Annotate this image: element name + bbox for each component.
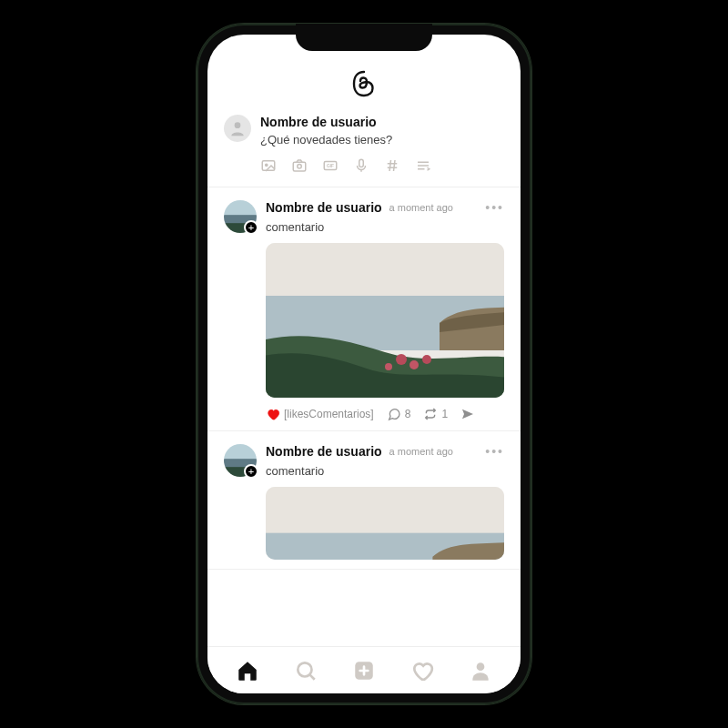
mic-icon[interactable] [353, 157, 369, 174]
post-text: comentario [266, 220, 504, 234]
post: + Nombre de usuario a moment ago ••• com… [207, 187, 521, 431]
composer-avatar[interactable] [224, 115, 251, 142]
post-username[interactable]: Nombre de usuario [266, 444, 382, 459]
svg-point-12 [410, 360, 419, 369]
post-time: a moment ago [389, 446, 453, 457]
heart-icon [266, 407, 280, 421]
post-avatar[interactable]: + [224, 200, 257, 233]
camera-icon[interactable] [291, 157, 308, 174]
screen: Nombre de usuario ¿Qué novedades tienes?… [207, 35, 521, 693]
home-icon [236, 659, 259, 682]
plus-square-icon [352, 659, 376, 682]
post-more-button[interactable]: ••• [485, 444, 504, 459]
comment-icon [387, 407, 401, 421]
composer-toolbar: GIF [260, 157, 504, 174]
svg-point-0 [235, 122, 241, 128]
feed-scroll[interactable]: Nombre de usuario ¿Qué novedades tienes?… [207, 35, 521, 646]
nav-home[interactable] [236, 659, 259, 682]
nav-search[interactable] [294, 659, 318, 682]
repost-count: 1 [441, 408, 448, 420]
person-icon [228, 119, 247, 137]
follow-badge-icon[interactable]: + [244, 220, 258, 235]
repost-button[interactable]: 1 [423, 407, 448, 421]
likes-label: [likesComentarios] [284, 408, 374, 420]
image-icon[interactable] [260, 157, 277, 174]
svg-text:GIF: GIF [327, 164, 334, 168]
svg-rect-3 [293, 162, 306, 171]
svg-rect-7 [359, 159, 364, 167]
bottom-nav [207, 646, 521, 693]
svg-point-14 [385, 363, 392, 370]
threads-logo-icon [349, 69, 379, 98]
post-actions: [likesComentarios] 8 1 [266, 407, 504, 421]
composer[interactable]: Nombre de usuario ¿Qué novedades tienes?… [207, 106, 521, 187]
search-icon [294, 659, 318, 682]
follow-badge-icon[interactable]: + [244, 464, 258, 479]
nav-profile[interactable] [469, 659, 492, 682]
profile-icon [469, 659, 492, 682]
send-icon [460, 407, 475, 421]
post: + Nombre de usuario a moment ago ••• com… [207, 431, 521, 570]
post-avatar[interactable]: + [224, 444, 257, 477]
post-time: a moment ago [389, 202, 453, 213]
post-username[interactable]: Nombre de usuario [266, 200, 382, 215]
heart-outline-icon [410, 659, 434, 682]
svg-point-18 [298, 662, 311, 676]
app-content: Nombre de usuario ¿Qué novedades tienes?… [207, 35, 521, 646]
hashtag-icon[interactable] [384, 157, 400, 174]
like-button[interactable]: [likesComentarios] [266, 407, 374, 421]
svg-point-11 [396, 354, 407, 365]
comment-button[interactable]: 8 [387, 407, 411, 421]
composer-username: Nombre de usuario [260, 115, 504, 129]
post-more-button[interactable]: ••• [485, 200, 504, 215]
svg-point-20 [477, 662, 485, 671]
gif-icon[interactable]: GIF [322, 157, 339, 174]
nav-compose[interactable] [352, 659, 376, 682]
post-image[interactable] [266, 243, 504, 398]
repost-icon [423, 407, 438, 421]
post-image[interactable] [266, 487, 504, 560]
svg-point-4 [298, 165, 302, 169]
phone-frame: Nombre de usuario ¿Qué novedades tienes?… [197, 24, 531, 704]
svg-point-13 [422, 355, 431, 364]
nav-activity[interactable] [410, 659, 434, 682]
comment-count: 8 [405, 408, 411, 420]
post-text: comentario [266, 464, 504, 478]
list-icon[interactable] [415, 157, 431, 174]
composer-prompt[interactable]: ¿Qué novedades tienes? [260, 133, 504, 147]
phone-notch [296, 24, 432, 51]
share-button[interactable] [460, 407, 475, 421]
svg-point-2 [266, 164, 268, 166]
